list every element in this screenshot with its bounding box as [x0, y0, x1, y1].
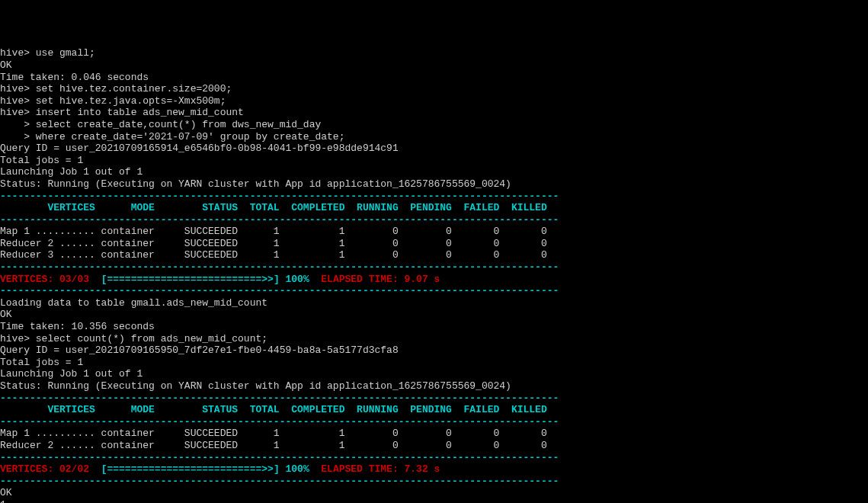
terminal-output: hive> use gmall;OKTime taken: 0.046 seco…	[0, 47, 868, 503]
